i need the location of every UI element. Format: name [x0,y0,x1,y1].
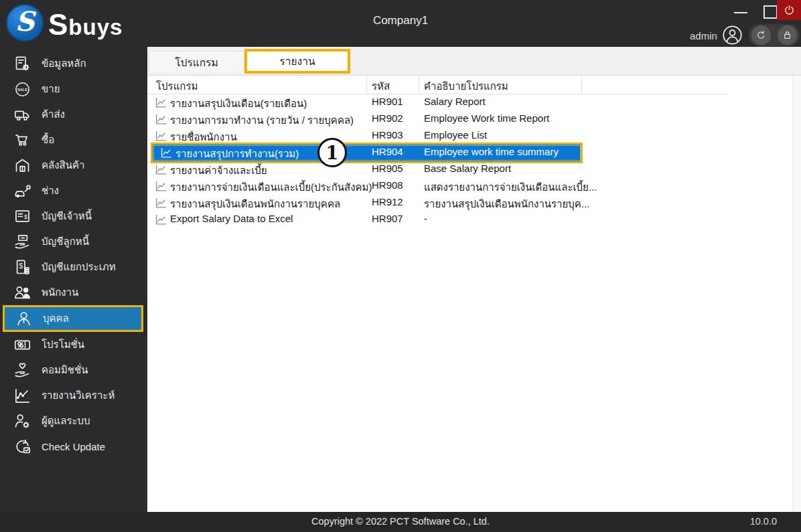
minimize-button[interactable] [732,4,751,19]
sidebar-item-label: คอมมิชชั่น [42,362,88,378]
sidebar-item-purchase[interactable]: ซื้อ [0,127,147,153]
column-header-code[interactable]: รหัส [372,78,390,94]
commission-icon [11,359,33,381]
report-description: Base Salary Report [424,163,511,174]
report-code: HR908 [372,179,403,191]
column-header-program[interactable]: โปรแกรม [156,78,198,94]
report-code: HR902 [372,112,403,124]
sidebar-item-label: คลังสินค้า [42,157,84,173]
sidebar-item-master-data[interactable]: ข้อมูลหลัก [0,51,147,76]
column-divider [366,77,367,92]
sidebar-item-system-admin[interactable]: ผู้ดูแลระบบ [0,408,147,434]
sidebar-item-label: ขาย [42,81,60,97]
svg-text:SALE: SALE [17,87,27,91]
sidebar-item-sale[interactable]: SALEขาย [0,76,147,102]
report-description: Employee Work time Report [424,112,549,124]
report-chart-icon [155,130,167,142]
sidebar: ข้อมูลหลักSALEขายค้าส่งซื้อคลังสินค้าช่า… [0,47,147,512]
table-header: โปรแกรม รหัส คำอธิบายโปรแกรม [147,76,729,94]
sidebar-item-label: ซื้อ [42,132,54,148]
report-chart-icon [155,181,167,192]
maximize-icon [763,5,778,19]
tab-programs[interactable]: โปรแกรม [149,51,244,73]
sidebar-item-label: พนักงาน [42,284,78,300]
table-row-hr901[interactable]: รายงานสรุปเงินเดือน(รายเดือน)HR901Salary… [147,94,729,111]
report-name: รายงานสรุปการทำงาน(รวม) [175,146,299,162]
report-description: รายงานสรุปเงินเดือนพนักงานรายบุค... [424,196,589,212]
refresh-icon [755,29,767,41]
minimize-icon [734,12,747,13]
analysis-report-icon [11,385,33,406]
sidebar-item-label: ข้อมูลหลัก [42,56,86,72]
person-icon [13,308,34,329]
sidebar-item-accounts-payable[interactable]: $บัญชีเจ้าหนี้ [0,203,147,229]
power-button[interactable] [777,0,801,20]
sidebar-item-label: บุคคล [43,311,69,327]
sidebar-item-label: บัญชีลูกหนี้ [42,234,89,250]
sidebar-item-check-update[interactable]: Check Update [0,434,147,459]
tab-strip: โปรแกรม รายงาน [147,47,801,76]
sidebar-item-analysis-report[interactable]: รายงานวิเคราะห์ [0,383,147,408]
table-row-hr902[interactable]: รายงานการมาทำงาน (รายวัน / รายบุคคล)HR90… [147,111,729,128]
report-code: HR903 [372,129,403,141]
sidebar-item-label: บัญชีแยกประเภท [42,259,116,275]
title-bar: S Sbuys Company1 admin [0,0,801,47]
master-data-icon [11,53,33,74]
report-chart-icon [155,197,167,209]
report-description: Employee List [424,129,487,141]
report-name: รายงานค่าจ้างและเบี้ย [170,163,267,179]
refresh-button[interactable] [751,25,771,45]
table-row-hr903[interactable]: รายชื่อพนักงานHR903Employee List [147,128,729,145]
report-chart-icon [155,114,167,125]
sidebar-item-person[interactable]: บุคคล [3,305,143,332]
table-row-hr912[interactable]: รายงานสรุปเงินเดือนพนักงานรายบุคคลHR912ร… [147,195,729,211]
accounts-payable-icon: $ [11,205,33,227]
table-body: รายงานสรุปเงินเดือน(รายเดือน)HR901Salary… [147,94,801,482]
user-tools [749,24,800,46]
service-icon [11,180,33,201]
svg-text:$: $ [19,262,23,270]
sidebar-item-wholesale[interactable]: ค้าส่ง [0,102,147,127]
column-header-description[interactable]: คำอธิบายโปรแกรม [424,78,508,94]
report-description: แสดงรายงานการจ่ายเงินเดือนและเบี้ย... [424,179,597,195]
wholesale-icon [11,104,33,125]
sidebar-item-general-ledger[interactable]: $บัญชีแยกประเภท [0,254,147,280]
check-update-icon [11,436,33,457]
report-name: รายงานสรุปเงินเดือน(รายเดือน) [170,96,307,112]
window-title: Company1 [0,14,801,27]
tab-reports[interactable]: รายงาน [244,49,350,74]
user-avatar-icon[interactable] [722,25,743,46]
sidebar-item-label: รายงานวิเคราะห์ [42,387,115,404]
sidebar-item-service[interactable]: ช่าง [0,178,147,203]
report-code: HR912 [372,196,403,207]
column-divider [419,77,419,92]
svg-text:$: $ [24,213,27,220]
sidebar-item-commission[interactable]: คอมมิชชั่น [0,357,147,383]
system-admin-icon [11,410,33,432]
report-name: รายงานการจ่ายเงินเดือนและเบี้ย(ประกันสัง… [170,179,372,195]
sidebar-item-label: บัญชีเจ้าหนี้ [42,208,92,224]
sidebar-item-label: Check Update [42,441,105,452]
version-number: 10.0.0 [750,516,777,527]
report-name: รายงานการมาทำงาน (รายวัน / รายบุคคล) [170,112,354,128]
report-description: - [424,213,427,224]
table-row-hr904[interactable]: รายงานสรุปการทำงาน(รวม)HR904Employee wor… [153,145,581,161]
main-panel: โปรแกรม รายงาน โปรแกรม รหัส คำอธิบายโปรแ… [147,47,801,512]
step-annotation-badge: 1 [317,138,347,167]
sidebar-item-warehouse[interactable]: คลังสินค้า [0,153,147,178]
sidebar-item-label: โปรโมชั่น [42,337,84,353]
report-chart-icon [155,164,167,175]
table-row-hr907[interactable]: Export Salary Data to ExcelHR907- [147,211,729,228]
sidebar-item-employees[interactable]: พนักงาน [0,280,147,305]
table-row-hr905[interactable]: รายงานค่าจ้างและเบี้ยHR905Base Salary Re… [147,161,729,178]
sidebar-item-promotion[interactable]: โปรโมชั่น [0,332,147,357]
lock-button[interactable] [778,25,797,45]
warehouse-icon [11,155,33,176]
report-chart-icon [161,147,172,159]
report-code: HR905 [372,163,403,174]
sidebar-item-accounts-receivable[interactable]: บัญชีลูกหนี้ [0,229,147,254]
report-chart-icon [155,97,167,108]
report-name: Export Salary Data to Excel [170,213,293,224]
report-code: HR901 [372,96,403,107]
table-row-hr908[interactable]: รายงานการจ่ายเงินเดือนและเบี้ย(ประกันสัง… [147,178,729,195]
